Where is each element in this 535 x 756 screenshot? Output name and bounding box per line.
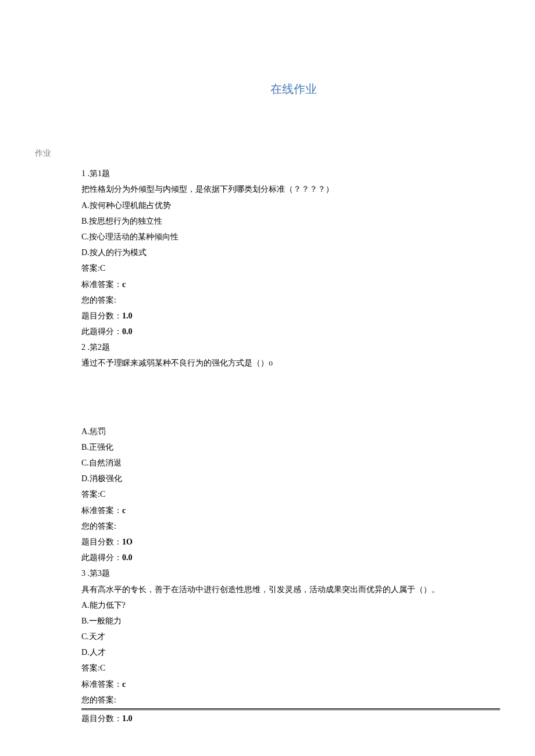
q2-got-value: 0.0 [122, 553, 133, 562]
q3-answer: 答案:C [81, 661, 500, 675]
q3-score-label: 题目分数： [81, 714, 122, 723]
q1-option-c: C.按心理活动的某种倾向性 [81, 230, 500, 244]
q3-score: 题目分数：1.0 [81, 711, 500, 726]
q1-standard-answer: 标准答案：c [81, 277, 500, 292]
divider-double [81, 708, 500, 710]
q1-answer: 答案:C [81, 261, 500, 275]
q2-your-answer: 您的答案: [81, 519, 500, 533]
q1-std-value: c [122, 280, 126, 289]
q2-option-c: C.自然消退 [81, 456, 500, 470]
q3-option-a: A.能力低下? [81, 598, 500, 612]
q2-score-value: 1O [122, 538, 133, 546]
q1-got: 此题得分：0.0 [81, 324, 500, 339]
q3-option-b: B.一般能力 [81, 614, 500, 628]
q3-option-c: C.天才 [81, 629, 500, 644]
q3-std-value: c [122, 680, 126, 689]
q3-score-value: 1.0 [122, 714, 133, 723]
q1-got-label: 此题得分： [81, 327, 122, 336]
q2-option-b: B.正强化 [81, 440, 500, 454]
q3-stem: 具有高水平的专长，善于在活动中进行创造性思维，引发灵感，活动成果突出而优异的人属… [81, 582, 500, 597]
q2-got-label: 此题得分： [81, 553, 122, 562]
q1-option-b: B.按思想行为的独立性 [81, 214, 500, 228]
q2-number: 2 .第2题 [81, 340, 500, 354]
q1-stem: 把性格划分为外倾型与内倾型，是依据下列哪类划分标准（？？？？） [81, 182, 500, 196]
q1-got-value: 0.0 [122, 327, 133, 336]
q1-std-label: 标准答案： [81, 280, 122, 289]
q2-score: 题目分数：1O [81, 535, 500, 549]
q1-number: 1 .第1题 [81, 166, 500, 181]
q2-answer: 答案:C [81, 487, 500, 501]
q2-stem: 通过不予理睬来减弱某种不良行为的强化方式是（）o [81, 356, 500, 370]
q1-option-d: D.按人的行为模式 [81, 245, 500, 260]
q1-score: 题目分数：1.0 [81, 309, 500, 323]
q2-got: 此题得分：0.0 [81, 550, 500, 565]
q1-score-value: 1.0 [122, 311, 133, 320]
content-area: 1 .第1题 把性格划分为外倾型与内倾型，是依据下列哪类划分标准（？？？？） A… [35, 166, 500, 726]
q2-score-label: 题目分数： [81, 538, 122, 546]
q1-your-answer: 您的答案: [81, 293, 500, 307]
q2-option-d: D.消极强化 [81, 471, 500, 486]
q3-std-label: 标准答案： [81, 680, 122, 689]
section-label: 作业 [35, 146, 500, 160]
q2-standard-answer: 标准答案：c [81, 503, 500, 518]
q2-option-a: A.惩罚 [81, 424, 500, 439]
q1-option-a: A.按何种心理机能占优势 [81, 198, 500, 213]
blank-gap [81, 372, 500, 424]
q1-score-label: 题目分数： [81, 311, 122, 320]
q3-standard-answer: 标准答案：c [81, 677, 500, 691]
q3-number: 3 .第3题 [81, 566, 500, 581]
q3-option-d: D.人才 [81, 645, 500, 660]
q2-std-label: 标准答案： [81, 506, 122, 515]
page-container: 在线作业 作业 1 .第1题 把性格划分为外倾型与内倾型，是依据下列哪类划分标准… [0, 0, 535, 756]
q3-your-answer: 您的答案: [81, 693, 500, 707]
page-title: 在线作业 [35, 78, 500, 99]
q2-std-value: c [122, 506, 126, 515]
